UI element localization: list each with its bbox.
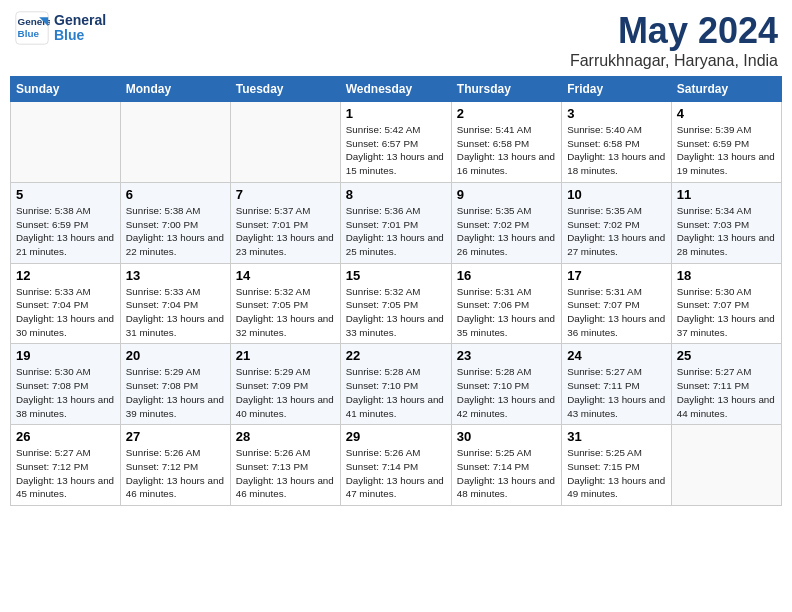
day-info: Sunrise: 5:25 AM Sunset: 7:15 PM Dayligh… — [567, 446, 666, 501]
day-cell: 10Sunrise: 5:35 AM Sunset: 7:02 PM Dayli… — [562, 182, 672, 263]
day-info: Sunrise: 5:29 AM Sunset: 7:08 PM Dayligh… — [126, 365, 225, 420]
day-cell: 31Sunrise: 5:25 AM Sunset: 7:15 PM Dayli… — [562, 425, 672, 506]
calendar-title: May 2024 — [570, 10, 778, 52]
day-number: 26 — [16, 429, 115, 444]
day-number: 8 — [346, 187, 446, 202]
day-info: Sunrise: 5:27 AM Sunset: 7:12 PM Dayligh… — [16, 446, 115, 501]
week-row-4: 19Sunrise: 5:30 AM Sunset: 7:08 PM Dayli… — [11, 344, 782, 425]
day-number: 19 — [16, 348, 115, 363]
day-cell: 23Sunrise: 5:28 AM Sunset: 7:10 PM Dayli… — [451, 344, 561, 425]
day-number: 23 — [457, 348, 556, 363]
day-info: Sunrise: 5:34 AM Sunset: 7:03 PM Dayligh… — [677, 204, 776, 259]
day-number: 12 — [16, 268, 115, 283]
day-number: 4 — [677, 106, 776, 121]
day-cell: 27Sunrise: 5:26 AM Sunset: 7:12 PM Dayli… — [120, 425, 230, 506]
day-number: 14 — [236, 268, 335, 283]
header-cell-wednesday: Wednesday — [340, 77, 451, 102]
day-cell: 8Sunrise: 5:36 AM Sunset: 7:01 PM Daylig… — [340, 182, 451, 263]
day-cell: 30Sunrise: 5:25 AM Sunset: 7:14 PM Dayli… — [451, 425, 561, 506]
day-info: Sunrise: 5:35 AM Sunset: 7:02 PM Dayligh… — [457, 204, 556, 259]
calendar-header: SundayMondayTuesdayWednesdayThursdayFrid… — [11, 77, 782, 102]
day-number: 24 — [567, 348, 666, 363]
week-row-3: 12Sunrise: 5:33 AM Sunset: 7:04 PM Dayli… — [11, 263, 782, 344]
day-cell: 13Sunrise: 5:33 AM Sunset: 7:04 PM Dayli… — [120, 263, 230, 344]
day-info: Sunrise: 5:26 AM Sunset: 7:12 PM Dayligh… — [126, 446, 225, 501]
day-info: Sunrise: 5:27 AM Sunset: 7:11 PM Dayligh… — [567, 365, 666, 420]
day-cell: 26Sunrise: 5:27 AM Sunset: 7:12 PM Dayli… — [11, 425, 121, 506]
day-info: Sunrise: 5:25 AM Sunset: 7:14 PM Dayligh… — [457, 446, 556, 501]
week-row-2: 5Sunrise: 5:38 AM Sunset: 6:59 PM Daylig… — [11, 182, 782, 263]
day-info: Sunrise: 5:32 AM Sunset: 7:05 PM Dayligh… — [236, 285, 335, 340]
day-cell: 12Sunrise: 5:33 AM Sunset: 7:04 PM Dayli… — [11, 263, 121, 344]
day-info: Sunrise: 5:32 AM Sunset: 7:05 PM Dayligh… — [346, 285, 446, 340]
week-row-1: 1Sunrise: 5:42 AM Sunset: 6:57 PM Daylig… — [11, 102, 782, 183]
day-number: 5 — [16, 187, 115, 202]
day-info: Sunrise: 5:33 AM Sunset: 7:04 PM Dayligh… — [126, 285, 225, 340]
svg-text:Blue: Blue — [18, 28, 40, 39]
day-cell: 18Sunrise: 5:30 AM Sunset: 7:07 PM Dayli… — [671, 263, 781, 344]
day-cell: 4Sunrise: 5:39 AM Sunset: 6:59 PM Daylig… — [671, 102, 781, 183]
day-info: Sunrise: 5:31 AM Sunset: 7:06 PM Dayligh… — [457, 285, 556, 340]
day-info: Sunrise: 5:28 AM Sunset: 7:10 PM Dayligh… — [346, 365, 446, 420]
day-number: 31 — [567, 429, 666, 444]
day-info: Sunrise: 5:38 AM Sunset: 6:59 PM Dayligh… — [16, 204, 115, 259]
calendar-table: SundayMondayTuesdayWednesdayThursdayFrid… — [10, 76, 782, 506]
header-cell-sunday: Sunday — [11, 77, 121, 102]
day-number: 20 — [126, 348, 225, 363]
day-number: 29 — [346, 429, 446, 444]
day-number: 25 — [677, 348, 776, 363]
header-cell-tuesday: Tuesday — [230, 77, 340, 102]
logo: General Blue General Blue — [14, 10, 106, 46]
day-info: Sunrise: 5:37 AM Sunset: 7:01 PM Dayligh… — [236, 204, 335, 259]
day-info: Sunrise: 5:36 AM Sunset: 7:01 PM Dayligh… — [346, 204, 446, 259]
day-cell: 1Sunrise: 5:42 AM Sunset: 6:57 PM Daylig… — [340, 102, 451, 183]
calendar-body: 1Sunrise: 5:42 AM Sunset: 6:57 PM Daylig… — [11, 102, 782, 506]
day-number: 27 — [126, 429, 225, 444]
day-number: 10 — [567, 187, 666, 202]
week-row-5: 26Sunrise: 5:27 AM Sunset: 7:12 PM Dayli… — [11, 425, 782, 506]
day-info: Sunrise: 5:41 AM Sunset: 6:58 PM Dayligh… — [457, 123, 556, 178]
day-number: 3 — [567, 106, 666, 121]
logo-line2: Blue — [54, 28, 106, 43]
day-info: Sunrise: 5:29 AM Sunset: 7:09 PM Dayligh… — [236, 365, 335, 420]
day-number: 18 — [677, 268, 776, 283]
day-cell: 25Sunrise: 5:27 AM Sunset: 7:11 PM Dayli… — [671, 344, 781, 425]
day-cell: 29Sunrise: 5:26 AM Sunset: 7:14 PM Dayli… — [340, 425, 451, 506]
day-info: Sunrise: 5:33 AM Sunset: 7:04 PM Dayligh… — [16, 285, 115, 340]
day-info: Sunrise: 5:39 AM Sunset: 6:59 PM Dayligh… — [677, 123, 776, 178]
day-cell — [120, 102, 230, 183]
day-cell: 20Sunrise: 5:29 AM Sunset: 7:08 PM Dayli… — [120, 344, 230, 425]
day-number: 16 — [457, 268, 556, 283]
day-number: 13 — [126, 268, 225, 283]
day-cell: 11Sunrise: 5:34 AM Sunset: 7:03 PM Dayli… — [671, 182, 781, 263]
day-cell: 9Sunrise: 5:35 AM Sunset: 7:02 PM Daylig… — [451, 182, 561, 263]
page-header: General Blue General Blue May 2024 Farru… — [10, 10, 782, 70]
day-info: Sunrise: 5:38 AM Sunset: 7:00 PM Dayligh… — [126, 204, 225, 259]
day-info: Sunrise: 5:42 AM Sunset: 6:57 PM Dayligh… — [346, 123, 446, 178]
day-info: Sunrise: 5:30 AM Sunset: 7:08 PM Dayligh… — [16, 365, 115, 420]
day-cell: 15Sunrise: 5:32 AM Sunset: 7:05 PM Dayli… — [340, 263, 451, 344]
day-cell: 5Sunrise: 5:38 AM Sunset: 6:59 PM Daylig… — [11, 182, 121, 263]
day-number: 6 — [126, 187, 225, 202]
header-cell-saturday: Saturday — [671, 77, 781, 102]
day-cell: 7Sunrise: 5:37 AM Sunset: 7:01 PM Daylig… — [230, 182, 340, 263]
day-number: 2 — [457, 106, 556, 121]
day-info: Sunrise: 5:30 AM Sunset: 7:07 PM Dayligh… — [677, 285, 776, 340]
day-number: 28 — [236, 429, 335, 444]
title-block: May 2024 Farrukhnagar, Haryana, India — [570, 10, 778, 70]
day-number: 11 — [677, 187, 776, 202]
header-cell-friday: Friday — [562, 77, 672, 102]
day-number: 9 — [457, 187, 556, 202]
day-number: 15 — [346, 268, 446, 283]
day-info: Sunrise: 5:26 AM Sunset: 7:13 PM Dayligh… — [236, 446, 335, 501]
header-cell-thursday: Thursday — [451, 77, 561, 102]
day-number: 1 — [346, 106, 446, 121]
day-cell — [671, 425, 781, 506]
day-info: Sunrise: 5:40 AM Sunset: 6:58 PM Dayligh… — [567, 123, 666, 178]
day-info: Sunrise: 5:26 AM Sunset: 7:14 PM Dayligh… — [346, 446, 446, 501]
day-cell — [230, 102, 340, 183]
day-cell: 24Sunrise: 5:27 AM Sunset: 7:11 PM Dayli… — [562, 344, 672, 425]
day-cell — [11, 102, 121, 183]
day-cell: 3Sunrise: 5:40 AM Sunset: 6:58 PM Daylig… — [562, 102, 672, 183]
day-number: 30 — [457, 429, 556, 444]
